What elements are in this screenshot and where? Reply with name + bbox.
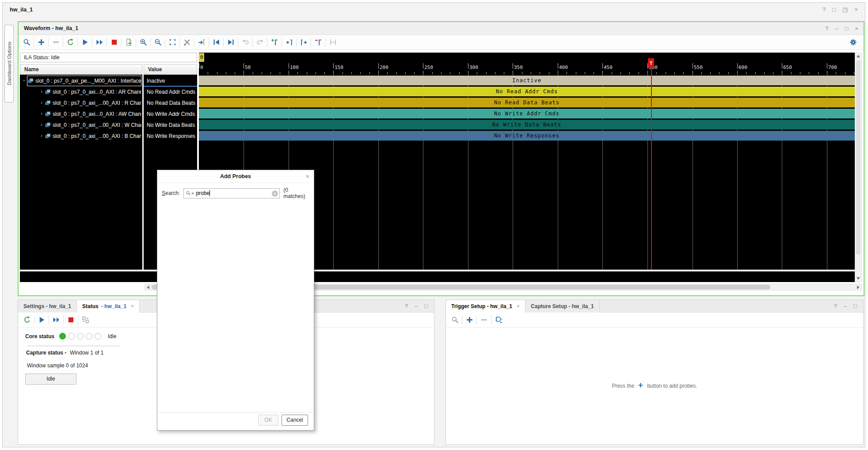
maximize-icon[interactable]: □ — [853, 303, 857, 309]
ruler-major-tick — [289, 63, 289, 69]
dialog-close-icon[interactable]: × — [306, 173, 309, 180]
signal-tree-row[interactable]: ›slot_0 : ps7_0_axi...0_AXI : AW Channel — [20, 109, 142, 120]
minimize-icon[interactable]: – — [835, 26, 838, 31]
scroll-up-icon[interactable] — [855, 53, 861, 59]
ruler-tick — [262, 72, 262, 74]
trigger-setup-panel: Trigger Setup - hw_ila_1× Capture Setup … — [445, 300, 864, 445]
signal-name-column: ›slot_0 : ps7_0_axi_pe..._M00_AXI : Inte… — [20, 75, 142, 270]
add-probe-icon[interactable] — [464, 315, 475, 325]
previous-marker-icon[interactable] — [284, 37, 294, 48]
cancel-button[interactable]: Cancel — [282, 415, 308, 426]
ruler-tick — [602, 71, 603, 74]
close-icon[interactable]: × — [855, 26, 858, 31]
signal-value: Inactive — [144, 76, 197, 87]
toolbar-separator — [476, 316, 477, 324]
clear-search-icon[interactable]: × — [272, 191, 278, 197]
scroll-right-icon[interactable] — [855, 284, 861, 290]
maximize-icon[interactable]: □ — [845, 26, 849, 31]
expand-icon[interactable]: › — [39, 100, 44, 105]
signal-tree-row[interactable]: ›slot_0 : ps7_0_axi_pe..._M00_AXI : Inte… — [20, 76, 142, 87]
add-marker-icon[interactable] — [269, 37, 280, 48]
find-icon[interactable] — [21, 37, 32, 48]
stop-trigger-icon[interactable] — [109, 37, 119, 48]
sample-marker[interactable]: 0 — [199, 53, 204, 62]
expand-icon[interactable]: › — [39, 122, 44, 127]
toolbar-separator — [209, 38, 209, 47]
expand-icon[interactable]: › — [39, 133, 44, 138]
goto-start-icon[interactable] — [211, 37, 221, 48]
ruler-major-tick — [827, 63, 827, 69]
tab-capture-setup[interactable]: Capture Setup - hw_ila_1 — [525, 300, 600, 313]
waveform-panel-header: Waveform - hw_ila_1 ?–□× — [19, 22, 864, 35]
add-probes-icon[interactable] — [36, 37, 46, 48]
zoom-in-icon[interactable] — [138, 37, 148, 48]
signal-tree-row[interactable]: ›slot_0 : ps7_0_axi...0_AXI : AR Channel — [20, 87, 142, 98]
next-marker-icon[interactable] — [298, 37, 309, 48]
expand-icon[interactable]: › — [39, 89, 44, 94]
crosshair-toggle-icon[interactable] — [182, 37, 192, 48]
search-icon — [186, 191, 191, 196]
help-icon[interactable]: ? — [405, 303, 408, 309]
zoom-out-icon[interactable] — [152, 37, 163, 48]
run-trigger-icon[interactable] — [65, 37, 76, 48]
column-header-name[interactable]: Name — [20, 64, 142, 75]
signal-name: slot_0 : ps7_0_axi_...00_AXI : W Chann — [53, 122, 141, 128]
vertical-scrollbar[interactable] — [855, 53, 862, 282]
run-repetitive-trigger-icon[interactable] — [94, 37, 105, 48]
minimize-icon[interactable]: – — [415, 303, 418, 309]
signal-tree-row[interactable]: ›slot_0 : ps7_0_axi_...00_AXI : B Channe… — [20, 131, 142, 142]
goto-end-icon[interactable] — [225, 37, 236, 48]
stop-trigger-icon[interactable] — [65, 315, 76, 325]
ruler-tick — [297, 72, 298, 74]
collapse-icon[interactable]: › — [22, 78, 27, 83]
signal-tree-row[interactable]: ›slot_0 : ps7_0_axi_...00_AXI : R Channe… — [20, 98, 142, 109]
run-trigger-immediate-icon[interactable] — [80, 37, 90, 48]
tab-status[interactable]: Status - hw_ila_1× — [77, 300, 140, 313]
toolbar-separator — [49, 316, 49, 324]
signal-tree-row[interactable]: ›slot_0 : ps7_0_axi_...00_AXI : W Chann — [20, 120, 142, 131]
help-icon[interactable]: ? — [834, 303, 837, 309]
tab-trigger-setup[interactable]: Trigger Setup - hw_ila_1× — [446, 300, 525, 313]
tab-close-icon[interactable]: × — [131, 303, 134, 309]
remove-marker-icon[interactable] — [313, 37, 324, 48]
minimize-icon[interactable]: – — [844, 303, 847, 309]
goto-time-icon[interactable] — [196, 37, 207, 48]
remove-probe-icon — [479, 315, 489, 325]
maximize-icon[interactable]: □ — [424, 303, 428, 309]
ruler-tick — [316, 72, 316, 74]
search-input[interactable]: probe × — [183, 188, 280, 198]
vertical-scrollbar-thumb[interactable] — [856, 60, 860, 255]
run-trigger-immediate-icon[interactable] — [36, 315, 47, 325]
export-ila-data-icon[interactable] — [123, 37, 134, 48]
run-trigger-icon[interactable] — [22, 315, 32, 325]
ruler-tick — [800, 72, 800, 74]
tab-settings[interactable]: Settings - hw_ila_1 — [18, 300, 77, 313]
help-icon[interactable]: ? — [822, 7, 826, 12]
ruler-tick — [324, 72, 325, 74]
ruler-label: 700 — [828, 65, 837, 70]
divider — [157, 412, 314, 412]
trigger-marker[interactable]: T — [648, 58, 654, 68]
column-header-value[interactable]: Value — [144, 64, 197, 75]
ruler-label: 200 — [380, 65, 388, 70]
maximize-icon[interactable]: □ — [832, 7, 836, 12]
search-options-caret-icon[interactable] — [191, 193, 194, 196]
close-icon[interactable]: × — [854, 7, 858, 12]
scroll-left-icon[interactable] — [145, 284, 151, 290]
run-repetitive-trigger-icon[interactable] — [51, 315, 61, 325]
waveform-settings-icon[interactable] — [848, 37, 858, 47]
trigger-toolbar — [446, 313, 863, 328]
tab-close-icon[interactable]: × — [517, 303, 520, 309]
scroll-down-icon[interactable] — [855, 275, 861, 282]
core-status-light — [86, 333, 92, 339]
expand-icon[interactable]: › — [39, 111, 44, 116]
zoom-fit-icon[interactable] — [167, 37, 178, 48]
waveform-panel: Waveform - hw_ila_1 ?–□× ILA Status: Idl… — [18, 21, 864, 296]
dashboard-options-tab[interactable]: Dashboard Options — [4, 25, 14, 103]
help-icon[interactable]: ? — [825, 26, 828, 31]
trigger-condition-gate-icon[interactable] — [493, 315, 504, 325]
waveform-content: ILA Status: Idle Name Value ›slot_0 : ps… — [19, 50, 864, 295]
float-icon[interactable]: ◳ — [842, 7, 848, 12]
ruler-label: 100 — [290, 65, 299, 70]
wave-signal-band: Inactive — [199, 76, 855, 85]
